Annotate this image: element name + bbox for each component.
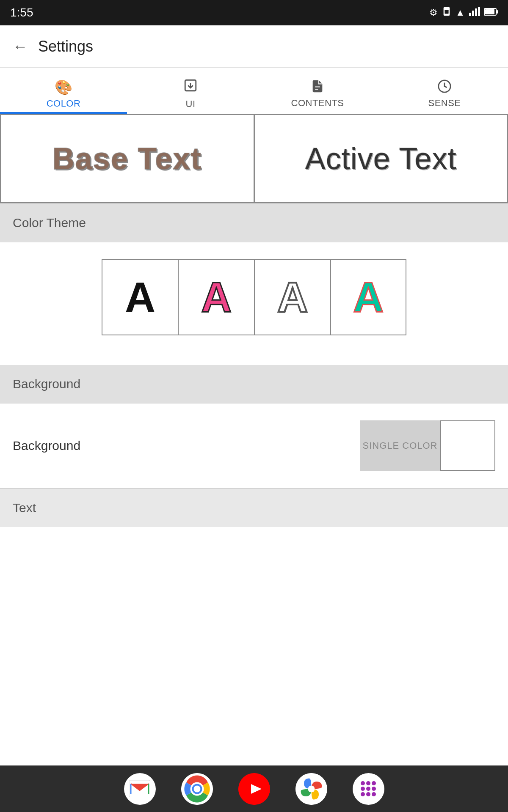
svg-point-31 [361, 787, 365, 791]
theme-option-teal[interactable]: A [330, 259, 406, 335]
color-theme-section-header: Color Theme [0, 204, 508, 242]
active-text-card[interactable]: Active Text [254, 114, 508, 203]
text-section-title: Text [13, 501, 36, 515]
signal-icon [469, 7, 480, 19]
base-text-card[interactable]: Base Text [0, 114, 254, 203]
svg-point-33 [372, 787, 376, 791]
page-title: Settings [38, 38, 93, 55]
status-time: 1:55 [10, 6, 33, 19]
svg-rect-7 [485, 9, 494, 14]
color-tab-icon: 🎨 [55, 79, 72, 96]
white-color-option[interactable] [440, 420, 495, 471]
background-label: Background [13, 439, 80, 453]
tab-color[interactable]: 🎨 COLOR [0, 68, 127, 114]
svg-point-34 [361, 792, 365, 796]
battery-icon [484, 7, 498, 18]
theme-options: A A A A [0, 242, 508, 352]
sense-tab-icon [437, 79, 452, 95]
single-color-option[interactable]: SINGLE COLOR [360, 420, 440, 471]
tab-sense[interactable]: SENSE [381, 68, 508, 114]
spacer-1 [0, 352, 508, 365]
svg-rect-3 [472, 11, 474, 16]
color-theme-title: Color Theme [13, 216, 86, 230]
wifi-icon: ▲ [456, 7, 465, 18]
svg-rect-4 [475, 8, 477, 16]
theme-pink-letter: A [201, 276, 232, 318]
theme-option-pink[interactable]: A [178, 259, 254, 335]
svg-rect-2 [469, 13, 471, 16]
svg-rect-5 [478, 7, 480, 16]
svg-point-28 [361, 781, 365, 785]
status-bar: 1:55 ⚙ ▲ [0, 0, 508, 25]
tab-contents[interactable]: CONTENTS [254, 68, 381, 114]
svg-point-29 [366, 781, 370, 785]
theme-option-black[interactable]: A [102, 259, 178, 335]
theme-teal-letter: A [353, 276, 384, 318]
ui-tab-icon [183, 78, 198, 96]
base-text-preview: Base Text [52, 141, 202, 176]
svg-point-27 [308, 785, 315, 792]
status-icons: ⚙ ▲ [429, 7, 498, 19]
settings-status-icon: ⚙ [429, 7, 438, 18]
theme-option-outline[interactable]: A [254, 259, 330, 335]
svg-rect-1 [445, 10, 449, 14]
ui-tab-label: UI [186, 99, 196, 110]
text-section-header: Text [0, 489, 508, 527]
active-text-preview: Active Text [305, 141, 457, 176]
tab-ui[interactable]: UI [127, 68, 254, 114]
single-color-label: SINGLE COLOR [362, 440, 437, 451]
tabs-bar: 🎨 COLOR UI CONTENTS [0, 68, 508, 114]
svg-point-30 [372, 781, 376, 785]
color-tab-label: COLOR [47, 98, 81, 109]
back-button[interactable]: ← [13, 38, 28, 55]
svg-point-32 [366, 787, 370, 791]
gmail-nav-button[interactable] [124, 773, 156, 805]
svg-rect-8 [497, 10, 498, 14]
background-section-header: Background [0, 365, 508, 403]
background-row: Background SINGLE COLOR [0, 403, 508, 488]
background-options: SINGLE COLOR [360, 420, 495, 471]
svg-point-36 [372, 792, 376, 796]
chrome-nav-button[interactable] [181, 773, 213, 805]
theme-black-letter: A [125, 276, 155, 318]
background-title: Background [13, 377, 80, 391]
preview-row: Base Text Active Text [0, 114, 508, 204]
svg-point-23 [193, 785, 200, 792]
theme-outline-letter: A [277, 276, 308, 318]
bottom-nav [0, 765, 508, 812]
svg-point-35 [366, 792, 370, 796]
apps-nav-button[interactable] [353, 773, 384, 805]
sense-tab-label: SENSE [428, 98, 461, 109]
contents-tab-label: CONTENTS [291, 98, 344, 109]
contents-tab-icon [310, 79, 325, 95]
youtube-nav-button[interactable] [238, 773, 270, 805]
sim-status-icon [442, 7, 451, 19]
photos-nav-button[interactable] [295, 773, 327, 805]
top-bar: ← Settings [0, 25, 508, 68]
